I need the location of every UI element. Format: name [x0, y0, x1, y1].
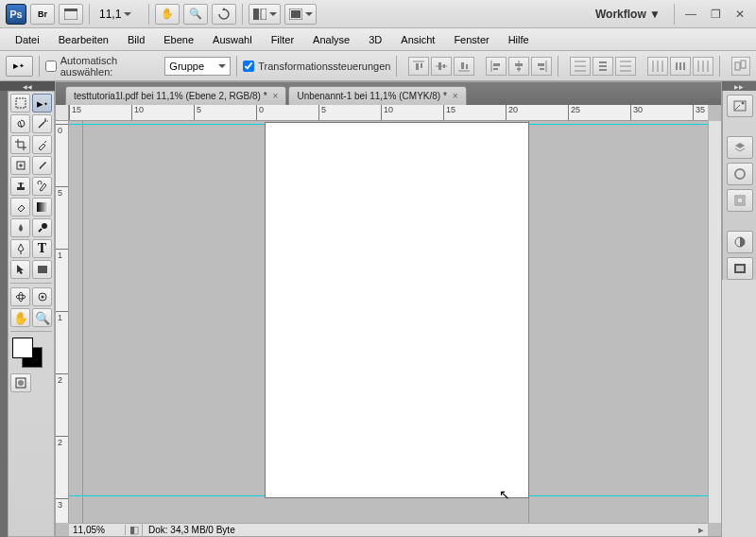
- menu-bild[interactable]: Bild: [118, 34, 154, 45]
- navigator-panel-button[interactable]: [727, 95, 753, 117]
- crop-tool[interactable]: [10, 135, 30, 154]
- distribute-bottom-button[interactable]: [615, 57, 636, 76]
- move-tool[interactable]: ▸✦: [32, 94, 52, 113]
- type-tool[interactable]: T: [32, 239, 52, 258]
- marquee-tool[interactable]: [10, 94, 30, 113]
- auto-align-button[interactable]: [731, 57, 750, 76]
- menu-filter[interactable]: Filter: [262, 34, 303, 45]
- svg-rect-17: [493, 68, 498, 70]
- hand-tool-shortcut[interactable]: ✋: [155, 4, 180, 25]
- paths-panel-button[interactable]: [727, 189, 753, 212]
- status-expose-icon[interactable]: ◧: [126, 524, 143, 536]
- restore-window-button[interactable]: ❐: [707, 8, 724, 21]
- auto-select-target-dropdown[interactable]: Gruppe: [164, 57, 231, 76]
- close-tab-icon[interactable]: ×: [273, 91, 279, 101]
- quick-mask-toggle[interactable]: [10, 373, 31, 392]
- screen-mode-button[interactable]: [284, 4, 317, 25]
- history-brush-tool[interactable]: [32, 177, 52, 196]
- align-vcenter-button[interactable]: [431, 57, 452, 76]
- history-panel-button[interactable]: [727, 257, 753, 280]
- menu-ansicht[interactable]: Ansicht: [391, 34, 444, 45]
- svg-rect-20: [517, 68, 521, 70]
- arrange-documents-button[interactable]: [249, 4, 281, 25]
- menu-ebene[interactable]: Ebene: [154, 34, 203, 45]
- toolbox: ▸✦ T ✋🔍: [8, 91, 55, 537]
- bridge-button[interactable]: Br: [30, 4, 55, 25]
- shape-tool[interactable]: [32, 260, 52, 279]
- menu-fenster[interactable]: Fenster: [444, 34, 498, 45]
- svg-rect-2: [253, 9, 259, 20]
- vertical-scrollbar[interactable]: [708, 121, 721, 523]
- scroll-arrow-right-icon[interactable]: ▸: [695, 524, 708, 536]
- align-left-button[interactable]: [486, 57, 507, 76]
- auto-select-checkbox[interactable]: Automatisch auswählen:: [45, 55, 160, 78]
- horizontal-ruler[interactable]: 1510505101520253035: [69, 105, 708, 121]
- menu-hilfe[interactable]: Hilfe: [499, 34, 539, 45]
- distribute-left-button[interactable]: [647, 57, 668, 76]
- healing-brush-tool[interactable]: [10, 156, 30, 175]
- mini-bridge-button[interactable]: [59, 4, 83, 25]
- align-top-button[interactable]: [408, 57, 429, 76]
- gradient-tool[interactable]: [32, 198, 52, 217]
- transform-controls-checkbox[interactable]: Transformationssteuerungen: [243, 61, 390, 72]
- close-window-button[interactable]: ✕: [731, 8, 748, 21]
- svg-rect-7: [416, 63, 419, 70]
- dodge-tool[interactable]: [32, 218, 52, 237]
- toolbox-collapse-button[interactable]: ◀◀: [0, 81, 55, 91]
- svg-rect-70: [737, 198, 743, 203]
- menu-bearbeiten[interactable]: Bearbeiten: [49, 34, 118, 45]
- color-swatches[interactable]: [12, 338, 52, 370]
- eraser-tool[interactable]: [10, 198, 30, 217]
- align-right-button[interactable]: [531, 57, 552, 76]
- tab-label: testtutoria1l.pdf bei 11,1% (Ebene 2, RG…: [74, 91, 267, 101]
- workspace-switcher[interactable]: Workflow ▼: [588, 8, 668, 21]
- blur-tool[interactable]: [10, 218, 30, 237]
- auto-select-input[interactable]: [45, 61, 57, 72]
- svg-point-59: [16, 295, 26, 299]
- photoshop-app-icon: Ps: [6, 4, 26, 25]
- canvas-viewport[interactable]: ↖: [69, 121, 708, 523]
- clone-stamp-tool[interactable]: [10, 177, 30, 196]
- distribute-top-button[interactable]: [570, 57, 591, 76]
- menu-analyse[interactable]: Analyse: [303, 34, 359, 45]
- document-canvas[interactable]: [265, 122, 529, 498]
- minimize-window-button[interactable]: —: [682, 8, 699, 21]
- brush-tool[interactable]: [32, 156, 52, 175]
- current-tool-icon[interactable]: ▸✦: [6, 56, 33, 77]
- eyedropper-tool[interactable]: [32, 135, 52, 154]
- distribute-right-button[interactable]: [693, 57, 713, 76]
- 3d-camera-tool[interactable]: [32, 287, 52, 306]
- status-doc-info[interactable]: Dok: 34,3 MB/0 Byte: [143, 525, 241, 535]
- align-bottom-button[interactable]: [454, 57, 474, 76]
- hand-tool[interactable]: ✋: [10, 308, 30, 327]
- guide-vertical[interactable]: [82, 121, 83, 523]
- channels-panel-button[interactable]: [727, 163, 753, 185]
- pen-tool[interactable]: [10, 239, 30, 258]
- zoom-tool[interactable]: 🔍: [32, 308, 52, 327]
- distribute-hcenter-button[interactable]: [670, 57, 691, 76]
- foreground-color-swatch[interactable]: [12, 338, 33, 358]
- right-dock-collapse-button[interactable]: ▶▶: [722, 81, 756, 91]
- 3d-rotate-tool[interactable]: [10, 287, 30, 306]
- path-select-tool[interactable]: [10, 260, 30, 279]
- zoom-level-field[interactable]: 11,1: [95, 4, 143, 25]
- menu-datei[interactable]: Datei: [6, 34, 49, 45]
- layers-panel-button[interactable]: [727, 136, 753, 159]
- transform-controls-input[interactable]: [243, 61, 254, 72]
- distribute-vcenter-button[interactable]: [593, 57, 613, 76]
- vertical-ruler[interactable]: 0511223: [56, 121, 69, 523]
- zoom-tool-shortcut[interactable]: 🔍: [183, 4, 208, 25]
- lasso-tool[interactable]: [10, 114, 30, 133]
- svg-point-64: [18, 380, 24, 386]
- rotate-view-shortcut[interactable]: [212, 4, 236, 25]
- status-zoom-field[interactable]: 11,05%: [69, 525, 126, 535]
- menu-auswahl[interactable]: Auswahl: [203, 34, 262, 45]
- close-tab-icon[interactable]: ×: [453, 91, 458, 101]
- ruler-origin[interactable]: [56, 105, 69, 121]
- adjustments-panel-button[interactable]: [727, 231, 753, 253]
- align-hcenter-button[interactable]: [508, 57, 529, 76]
- document-tab-1[interactable]: testtutoria1l.pdf bei 11,1% (Ebene 2, RG…: [65, 86, 286, 105]
- menu-3d[interactable]: 3D: [359, 34, 391, 45]
- document-tab-2[interactable]: Unbenannt-1 bei 11,1% (CMYK/8) *×: [288, 86, 466, 105]
- magic-wand-tool[interactable]: [32, 114, 52, 133]
